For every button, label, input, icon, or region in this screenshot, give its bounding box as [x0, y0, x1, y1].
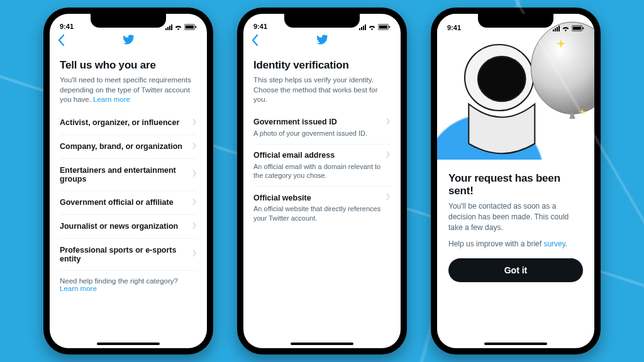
home-indicator — [484, 343, 547, 345]
notch — [91, 14, 166, 28]
svg-rect-4 — [379, 26, 387, 29]
cellular-icon — [553, 26, 560, 31]
home-indicator — [97, 343, 160, 345]
twitter-logo-icon — [316, 33, 328, 48]
method-row-website[interactable]: Official website An official website tha… — [253, 187, 391, 229]
chevron-right-icon — [192, 142, 197, 151]
method-row-gov-id[interactable]: Government issued ID A photo of your gov… — [253, 111, 391, 145]
screen-1: 9:41 Tell us who you are You'l — [50, 14, 207, 348]
phone-frame-2: 9:41 Identity verification This step he — [237, 8, 407, 354]
wifi-icon — [174, 24, 182, 30]
verification-methods: Government issued ID A photo of your gov… — [253, 111, 391, 229]
chevron-right-icon — [192, 250, 197, 259]
method-desc: An official email with a domain relevant… — [253, 162, 391, 180]
category-row-sports[interactable]: Professional sports or e-sports entity — [60, 239, 197, 271]
wifi-icon — [562, 25, 570, 31]
back-button[interactable] — [251, 34, 260, 49]
back-button[interactable] — [57, 34, 66, 49]
status-bar: 9:41 — [437, 15, 594, 33]
method-title: Official email address — [253, 151, 335, 160]
category-list: Activist, organizer, or influencer Compa… — [60, 111, 197, 271]
category-label: Company, brand, or organization — [60, 142, 182, 151]
svg-rect-7 — [573, 27, 581, 30]
status-time: 9:41 — [253, 23, 267, 30]
category-label: Professional sports or e-sports entity — [60, 246, 192, 263]
svg-rect-5 — [389, 26, 391, 28]
svg-rect-8 — [583, 27, 584, 29]
category-row-company[interactable]: Company, brand, or organization — [60, 135, 197, 159]
svg-rect-1 — [186, 26, 194, 29]
survey-text: Help us improve with a brief survey. — [448, 239, 583, 250]
battery-icon — [378, 24, 391, 30]
nav-bar — [50, 31, 207, 50]
sparkle-icon — [578, 108, 587, 119]
battery-icon — [184, 24, 197, 30]
chevron-right-icon — [192, 222, 197, 231]
category-label: Government official or affiliate — [60, 198, 174, 207]
wifi-icon — [368, 24, 376, 30]
chevron-right-icon — [192, 170, 197, 179]
category-row-entertainers[interactable]: Entertainers and entertainment groups — [60, 159, 197, 191]
sparkle-icon — [555, 39, 567, 53]
category-row-activist[interactable]: Activist, organizer, or influencer — [60, 111, 197, 135]
chevron-right-icon — [192, 198, 197, 207]
svg-point-10 — [478, 57, 526, 101]
survey-prefix: Help us improve with a brief — [448, 239, 543, 248]
help-text: Need help finding the right category? Le… — [60, 277, 197, 292]
status-time: 9:41 — [60, 23, 74, 30]
screen-2: 9:41 Identity verification This step he — [243, 14, 401, 348]
status-time: 9:41 — [447, 24, 461, 31]
cellular-icon — [359, 25, 366, 30]
svg-point-12 — [531, 22, 594, 114]
method-desc: A photo of your goverment issued ID. — [253, 129, 391, 138]
phone-frame-3: 9:41 — [431, 8, 601, 354]
method-title: Official website — [253, 194, 311, 202]
content-area: Your request has been sent! You'll be co… — [437, 160, 594, 250]
method-row-email[interactable]: Official email address An official email… — [253, 145, 391, 187]
svg-rect-2 — [196, 26, 197, 28]
page-title: Identity verification — [253, 59, 391, 72]
content-area: Identity verification This step helps us… — [243, 50, 401, 229]
page-title: Tell us who you are — [60, 59, 197, 72]
category-label: Entertainers and entertainment groups — [60, 166, 192, 184]
cellular-icon — [165, 25, 172, 30]
hero-image — [437, 14, 594, 160]
page-title: Your request has been sent! — [448, 172, 583, 197]
help-prefix: Need help finding the right category? — [60, 277, 178, 285]
body-text: You'll be contacted as soon as a decisio… — [448, 201, 583, 233]
home-indicator — [291, 343, 353, 345]
learn-more-link[interactable]: Learn more — [93, 96, 130, 103]
survey-link[interactable]: survey — [543, 239, 565, 248]
help-learn-more-link[interactable]: Learn more — [60, 285, 97, 292]
phone-frame-1: 9:41 Tell us who you are You'l — [43, 8, 213, 354]
screen-3: 9:41 — [437, 14, 594, 348]
content-area: Tell us who you are You'll need to meet … — [50, 50, 207, 292]
notch — [284, 14, 360, 28]
status-indicators — [165, 24, 197, 30]
chevron-right-icon — [386, 151, 391, 160]
chevron-right-icon — [386, 193, 391, 202]
page-subtitle: This step helps us verify your identity.… — [253, 75, 391, 105]
battery-icon — [572, 25, 584, 31]
twitter-logo-icon — [122, 33, 135, 48]
chevron-right-icon — [386, 118, 391, 127]
page-subtitle: You'll need to meet specific requirement… — [60, 75, 197, 105]
nav-bar — [243, 31, 401, 50]
chevron-right-icon — [192, 118, 197, 128]
method-title: Government issued ID — [253, 118, 337, 126]
category-label: Journalist or news organization — [60, 222, 178, 231]
method-desc: An official website that directly refere… — [253, 204, 391, 222]
category-label: Activist, organizer, or influencer — [60, 118, 179, 127]
status-indicators — [359, 24, 391, 30]
survey-suffix: . — [565, 239, 567, 248]
balloon-icon — [525, 20, 594, 140]
got-it-button[interactable]: Got it — [448, 258, 583, 282]
category-row-journalist[interactable]: Journalist or news organization — [60, 215, 197, 239]
category-row-government[interactable]: Government official or affiliate — [60, 191, 197, 215]
status-indicators — [553, 25, 584, 31]
